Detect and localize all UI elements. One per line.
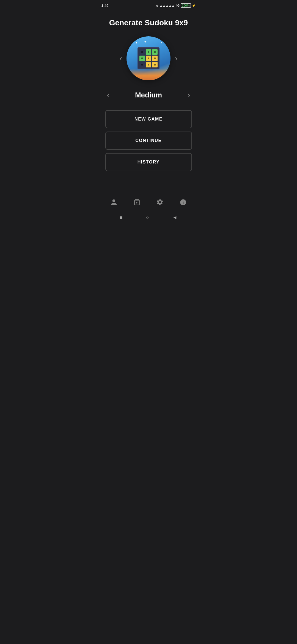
system-nav-bar: ■ ○ ◄	[97, 211, 200, 223]
new-game-button[interactable]: NEW GAME	[105, 110, 192, 128]
history-button[interactable]: HISTORY	[105, 153, 192, 171]
bottom-nav	[97, 194, 200, 211]
main-content: Generate Sudoku 9x9 ‹ ✦ ✦ ✦	[97, 10, 200, 171]
stop-button[interactable]: ■	[120, 215, 123, 220]
cell-2	[146, 49, 151, 55]
info-icon	[180, 199, 187, 206]
bluetooth-icon: ⊕	[156, 4, 158, 7]
difficulty-prev-button[interactable]: ‹	[103, 88, 114, 102]
sudoku-grid	[138, 47, 160, 69]
info-nav-button[interactable]	[177, 197, 189, 209]
battery-icon: 100%	[181, 3, 191, 8]
page-title: Generate Sudoku 9x9	[109, 18, 188, 28]
profile-icon	[110, 199, 117, 206]
back-button[interactable]: ◄	[172, 215, 177, 220]
signal-icon: ▲▲▲▲▲	[160, 4, 174, 7]
cell-9	[152, 62, 158, 67]
cell-5	[146, 56, 151, 61]
game-type-next-button[interactable]: ›	[170, 51, 182, 66]
difficulty-selector: ‹ Medium ›	[103, 88, 195, 102]
network-icon: 4G	[176, 4, 180, 7]
cell-8	[146, 62, 151, 67]
circle-bottom-decoration	[127, 69, 170, 80]
time-display: 1:49	[101, 4, 109, 8]
sudoku-icon: ✦ ✦ ✦	[127, 36, 170, 80]
status-icons: ⊕ ▲▲▲▲▲ 4G 100% ⚡	[156, 3, 196, 8]
charging-icon: ⚡	[192, 4, 196, 7]
continue-button[interactable]: CONTINUE	[105, 132, 192, 150]
sparkle-2-icon: ✦	[144, 40, 147, 44]
game-type-prev-button[interactable]: ‹	[115, 51, 127, 66]
game-type-selector: ‹ ✦ ✦ ✦ ›	[103, 36, 195, 80]
cell-1	[139, 49, 145, 55]
difficulty-next-button[interactable]: ›	[183, 88, 194, 102]
settings-nav-button[interactable]	[154, 197, 166, 209]
settings-icon	[156, 199, 164, 206]
sparkle-3-icon: ✦	[161, 41, 163, 44]
difficulty-label: Medium	[114, 91, 183, 99]
cell-4	[139, 56, 145, 61]
status-bar: 1:49 ⊕ ▲▲▲▲▲ 4G 100% ⚡	[97, 0, 200, 10]
shop-icon	[133, 199, 141, 206]
sudoku-grid-icon	[138, 47, 160, 69]
sparkle-1-icon: ✦	[135, 41, 138, 44]
shop-nav-button[interactable]	[131, 197, 143, 209]
cell-3	[152, 49, 158, 55]
cell-6	[152, 56, 158, 61]
home-button[interactable]: ○	[146, 215, 149, 220]
profile-nav-button[interactable]	[108, 197, 120, 209]
action-buttons: NEW GAME CONTINUE HISTORY	[103, 110, 195, 171]
cell-7	[139, 62, 145, 67]
